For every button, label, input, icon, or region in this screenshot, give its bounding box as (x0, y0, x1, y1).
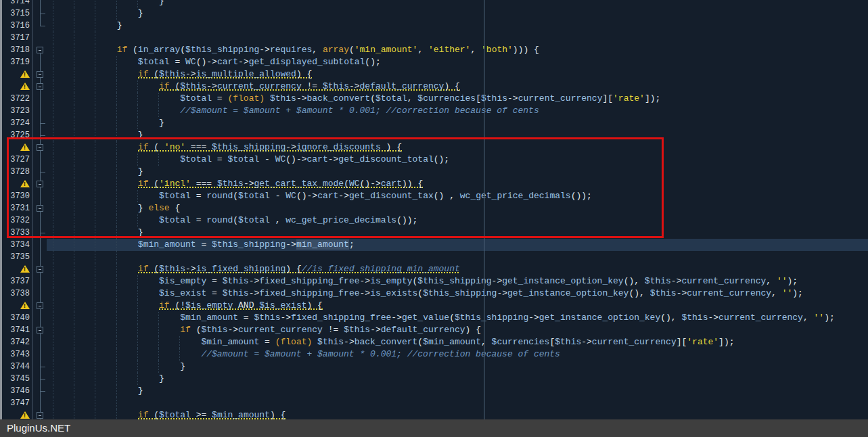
line-number[interactable]: 3717 (0, 32, 32, 44)
code-text[interactable]: } (47, 373, 868, 385)
code-line-3734[interactable]: 3734 $min_amount = $this_shipping->min_a… (0, 239, 868, 251)
code-text[interactable]: if (in_array($this_shipping->requires, a… (47, 44, 868, 56)
fold-collapse-box-icon[interactable] (37, 71, 43, 78)
line-number[interactable]: 3718 (0, 44, 32, 56)
indent-guide (116, 0, 117, 7)
code-line-3714[interactable]: 3714 } (0, 0, 868, 7)
line-number[interactable]: 3719 (0, 56, 32, 68)
code-line-3740[interactable]: 3740 $min_amount = $this->fixed_shipping… (0, 312, 868, 324)
code-text[interactable]: if ($this->current_currency != $this->de… (47, 80, 868, 93)
code-line-3718[interactable]: 3718 if (in_array($this_shipping->requir… (0, 44, 868, 56)
code-text[interactable]: if ($this->is_fixed_shipping) {//is fixe… (47, 263, 868, 275)
code-text[interactable]: } (47, 361, 868, 373)
code-line-3716[interactable]: 3716 } (0, 20, 868, 32)
line-number[interactable]: 3724 (0, 117, 32, 129)
line-number[interactable]: 3747 (0, 397, 32, 409)
fold-margin[interactable] (33, 44, 47, 56)
code-line-3739[interactable]: if (!$is_empty AND $is_exist) { (0, 300, 868, 312)
code-text[interactable]: } (47, 20, 868, 32)
code-line-3737[interactable]: 3737 $is_empty = $this->fixed_shipping_f… (0, 275, 868, 288)
line-number[interactable]: 3714 (0, 0, 32, 7)
fold-margin[interactable] (33, 409, 47, 419)
fold-collapse-box-icon[interactable] (37, 327, 43, 334)
code-text[interactable]: $is_exist = $this->fixed_shipping_free->… (47, 288, 868, 300)
fold-collapse-box-icon[interactable] (37, 412, 43, 419)
fold-collapse-box-icon[interactable] (37, 83, 43, 90)
code-text[interactable]: $min_amount = (float) $this->back_conver… (47, 336, 868, 348)
line-number[interactable]: 3740 (0, 312, 32, 324)
code-line-3724[interactable]: 3724 } (0, 117, 868, 129)
line-number[interactable]: 3735 (0, 251, 32, 263)
code-text[interactable] (47, 251, 868, 263)
code-text[interactable] (47, 32, 868, 44)
code-text[interactable]: } (47, 0, 868, 7)
code-text[interactable]: } (47, 7, 868, 20)
fold-collapse-box-icon[interactable] (37, 302, 43, 309)
line-number[interactable]: 3737 (0, 275, 32, 288)
code-text[interactable]: $is_empty = $this->fixed_shipping_free->… (47, 275, 868, 288)
code-text[interactable]: } (47, 117, 868, 129)
code-line-3736[interactable]: if ($this->is_fixed_shipping) {//is fixe… (0, 263, 868, 275)
line-number[interactable]: 3715 (0, 7, 32, 20)
code-text[interactable]: $min_amount = $this->fixed_shipping_free… (47, 312, 868, 324)
code-line-3747[interactable]: 3747 (0, 397, 868, 409)
indent-guide (74, 263, 74, 275)
line-number[interactable]: 3746 (0, 385, 32, 397)
warning-bookmark-gutter[interactable] (0, 409, 32, 419)
code-line-3723[interactable]: 3723 //$amount = $amount + $amount * 0.0… (0, 105, 868, 117)
code-line-3748[interactable]: if ($total >= $min_amount) { (0, 409, 868, 419)
code-text[interactable]: if ($this->is_multiple_allowed) { (47, 68, 868, 80)
code-line-3719[interactable]: 3719 $total = WC()->cart->get_displayed_… (0, 56, 868, 68)
warning-bookmark-gutter[interactable] (0, 80, 32, 93)
code-line-3720[interactable]: if ($this->is_multiple_allowed) { (0, 68, 868, 80)
line-number[interactable]: 3745 (0, 373, 32, 385)
line-number[interactable]: 3742 (0, 336, 32, 348)
warning-bookmark-gutter[interactable] (0, 263, 32, 275)
code-line-3744[interactable]: 3744 } (0, 361, 868, 373)
code-line-3735[interactable]: 3735 (0, 251, 868, 263)
code-text[interactable]: if (!$is_empty AND $is_exist) { (47, 300, 868, 312)
code-line-3715[interactable]: 3715 } (0, 7, 868, 20)
fold-collapse-box-icon[interactable] (37, 47, 43, 53)
fold-collapse-box-icon[interactable] (37, 266, 43, 273)
fold-margin[interactable] (33, 68, 47, 80)
fold-margin (33, 105, 47, 117)
code-line-3722[interactable]: 3722 $total = (float) $this->back_conver… (0, 93, 868, 105)
line-number[interactable]: 3722 (0, 93, 32, 105)
fold-margin[interactable] (33, 300, 47, 312)
token: $min_amount (423, 337, 481, 347)
code-line-3746[interactable]: 3746 } (0, 385, 868, 397)
warning-bookmark-gutter[interactable] (0, 300, 32, 312)
line-number[interactable]: 3741 (0, 324, 32, 336)
fold-margin[interactable] (33, 263, 47, 275)
code-line-3745[interactable]: 3745 } (0, 373, 868, 385)
line-number[interactable]: 3744 (0, 361, 32, 373)
line-number[interactable]: 3743 (0, 348, 32, 361)
fold-margin[interactable] (33, 324, 47, 336)
code-line-3743[interactable]: 3743 //$amount = $amount + $amount * 0.0… (0, 348, 868, 361)
code-line-3717[interactable]: 3717 (0, 32, 868, 44)
code-text[interactable]: //$amount = $amount + $amount * 0.001; /… (47, 105, 868, 117)
code-text[interactable]: //$amount = $amount + $amount * 0.001; /… (47, 348, 868, 361)
code-text[interactable]: $total = (float) $this->back_convert($to… (47, 93, 868, 105)
token: (), (624, 276, 645, 286)
token: cart (217, 57, 238, 67)
line-number[interactable]: 3716 (0, 20, 32, 32)
code-text[interactable]: if ($total >= $min_amount) { (47, 409, 868, 419)
code-text[interactable] (47, 397, 868, 409)
code-text[interactable]: if ($this->current_currency != $this->de… (47, 324, 868, 336)
fold-margin[interactable] (33, 80, 47, 93)
code-line-3741[interactable]: 3741 if ($this->current_currency != $thi… (0, 324, 868, 336)
code-text[interactable]: } (47, 385, 868, 397)
code-line-3738[interactable]: 3738 $is_exist = $this->fixed_shipping_f… (0, 288, 868, 300)
line-number[interactable]: 3738 (0, 288, 32, 300)
code-line-3742[interactable]: 3742 $min_amount = (float) $this->back_c… (0, 336, 868, 348)
code-text[interactable]: $min_amount = $this_shipping->min_amount… (47, 239, 868, 251)
line-number[interactable]: 3734 (0, 239, 32, 251)
editor-pane[interactable]: 3714 }3715 }3716 }37173718 if (in_array(… (0, 0, 868, 419)
line-number[interactable]: 3723 (0, 105, 32, 117)
code-text[interactable]: $total = WC()->cart->get_displayed_subto… (47, 56, 868, 68)
warning-bookmark-gutter[interactable] (0, 68, 32, 80)
code-line-3721[interactable]: if ($this->current_currency != $this->de… (0, 80, 868, 93)
token: $this (159, 69, 185, 79)
